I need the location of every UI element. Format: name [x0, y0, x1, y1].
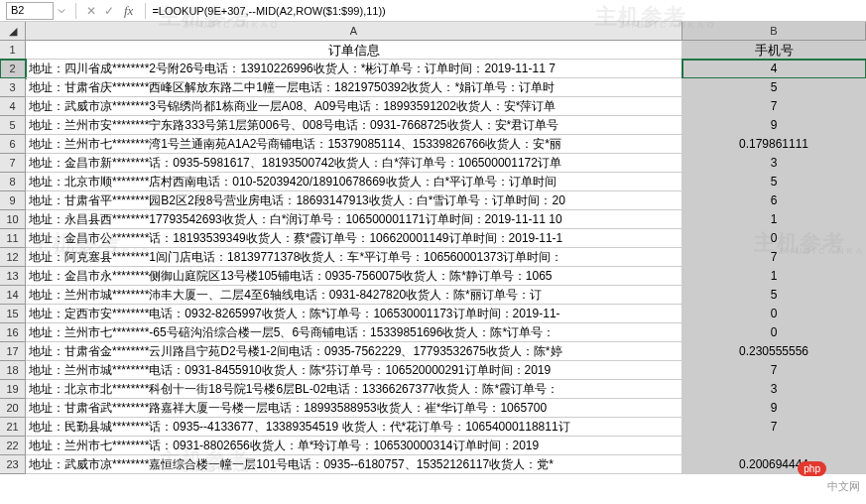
- cell[interactable]: 地址：北京市北********科创十一街18号院1号楼6层BL-02电话：133…: [26, 380, 682, 399]
- cell[interactable]: 地址：兰州市城********沛丰大厦一、二层4至6轴线电话：0931-8427…: [26, 286, 682, 305]
- row-header[interactable]: 17: [0, 342, 26, 361]
- cell[interactable]: 9: [682, 399, 866, 418]
- cell[interactable]: 地址：金昌市永********侧御山庭院区13号楼105铺电话：0935-756…: [26, 267, 682, 286]
- cell[interactable]: 1: [682, 210, 866, 229]
- cell[interactable]: 7: [682, 97, 866, 116]
- table-row: 22地址：兰州市七********话：0931-8802656收货人：单*玲订单…: [0, 437, 866, 455]
- cell[interactable]: 地址：金昌市公********话：18193539349收货人：蔡*霞订单号：1…: [26, 229, 682, 248]
- table-row: 19地址：北京市北********科创十一街18号院1号楼6层BL-02电话：1…: [0, 380, 866, 399]
- row-header[interactable]: 9: [0, 191, 26, 210]
- cell[interactable]: 0: [682, 229, 866, 248]
- cell[interactable]: 地址：兰州市七********话：0931-8802656收货人：单*玲订单号：…: [26, 437, 682, 455]
- cell[interactable]: 地址：甘肃省金********云川路昌宁苑D2号楼1-2间电话：0935-756…: [26, 342, 682, 361]
- row-header[interactable]: 19: [0, 380, 26, 399]
- cell[interactable]: 4: [682, 60, 866, 78]
- table-row: 12地址：阿克塞县********1闾门店电话：18139771378收货人：车…: [0, 248, 866, 267]
- row-header[interactable]: 22: [0, 437, 26, 455]
- cell[interactable]: 地址：武威市凉********嘉恒综合楼一幢一层101号电话：0935--618…: [26, 455, 682, 474]
- row-header[interactable]: 2: [0, 60, 26, 78]
- cell[interactable]: [682, 437, 866, 455]
- table-row: 16地址：兰州市七********-65号碚沟沿综合楼一层5、6号商铺电话：15…: [0, 323, 866, 342]
- cell[interactable]: 订单信息: [26, 41, 682, 60]
- table-row: 3地址：甘肃省庆********西峰区解放东路二中1幢一层电话：18219750…: [0, 78, 866, 97]
- table-row: 6地址：兰州市七********湾1号兰通南苑A1A2号商铺电话：1537908…: [0, 135, 866, 154]
- cell[interactable]: 地址：甘肃省武********路嘉祥大厦一号楼一层电话：18993588953收…: [26, 399, 682, 418]
- select-all[interactable]: ◢: [0, 22, 26, 41]
- spreadsheet-grid: ◢ A B 1 订单信息 手机号 2地址：四川省成********2号附26号电…: [0, 22, 866, 474]
- cell[interactable]: 3: [682, 380, 866, 399]
- cell[interactable]: 0.179861111: [682, 135, 866, 154]
- cell[interactable]: 地址：北京市顺********店村西南电话：010-52039420/18910…: [26, 173, 682, 191]
- row-header[interactable]: 12: [0, 248, 26, 267]
- cell[interactable]: 地址：兰州市七********-65号碚沟沿综合楼一层5、6号商铺电话：1533…: [26, 323, 682, 342]
- name-box-dropdown[interactable]: [58, 7, 65, 15]
- row-header[interactable]: 7: [0, 154, 26, 173]
- row-header[interactable]: 15: [0, 305, 26, 323]
- table-row: 21地址：民勤县城********话：0935--4133677、1338935…: [0, 418, 866, 437]
- table-row: 17地址：甘肃省金********云川路昌宁苑D2号楼1-2间电话：0935-7…: [0, 342, 866, 361]
- cell[interactable]: 0: [682, 305, 866, 323]
- table-row: 7地址：金昌市新********话：0935-5981617、181935007…: [0, 154, 866, 173]
- cell[interactable]: 地址：甘肃省平********园B2区2段8号营业房电话：18693147913…: [26, 191, 682, 210]
- row-header[interactable]: 16: [0, 323, 26, 342]
- cell[interactable]: 1: [682, 267, 866, 286]
- row-header[interactable]: 1: [0, 41, 26, 60]
- table-row: 18地址：兰州市城********电话：0931-8455910收货人：陈*芬订…: [0, 361, 866, 380]
- cell[interactable]: 地址：阿克塞县********1闾门店电话：18139771378收货人：车*平…: [26, 248, 682, 267]
- cell[interactable]: 地址：武威市凉********3号锦绣尚都1栋商业一层A08、A09号电话：18…: [26, 97, 682, 116]
- cell[interactable]: 6: [682, 191, 866, 210]
- cell[interactable]: 3: [682, 154, 866, 173]
- cell[interactable]: 地址：永昌县西********17793542693收货人：白*润订单号：106…: [26, 210, 682, 229]
- row-header[interactable]: 3: [0, 78, 26, 97]
- formula-bar: B2 ✕ ✓ fx =LOOKUP(9E+307,--MID(A2,ROW($1…: [0, 0, 866, 22]
- cancel-icon[interactable]: ✕: [86, 4, 96, 18]
- cell[interactable]: 5: [682, 173, 866, 191]
- table-row: 8地址：北京市顺********店村西南电话：010-52039420/1891…: [0, 173, 866, 191]
- row-header[interactable]: 18: [0, 361, 26, 380]
- confirm-icon[interactable]: ✓: [104, 4, 114, 18]
- cell[interactable]: 0: [682, 323, 866, 342]
- cell[interactable]: 7: [682, 361, 866, 380]
- cell[interactable]: 地址：甘肃省庆********西峰区解放东路二中1幢一层电话：182197503…: [26, 78, 682, 97]
- cell[interactable]: 7: [682, 418, 866, 437]
- cell[interactable]: 7: [682, 248, 866, 267]
- row-header[interactable]: 11: [0, 229, 26, 248]
- cell[interactable]: 5: [682, 78, 866, 97]
- cell[interactable]: 0.200694444: [682, 455, 866, 474]
- table-row: 23地址：武威市凉********嘉恒综合楼一幢一层101号电话：0935--6…: [0, 455, 866, 474]
- fx-icon[interactable]: fx: [124, 3, 133, 19]
- row-header[interactable]: 8: [0, 173, 26, 191]
- table-row: 13地址：金昌市永********侧御山庭院区13号楼105铺电话：0935-7…: [0, 267, 866, 286]
- row-header[interactable]: 21: [0, 418, 26, 437]
- cell[interactable]: 地址：定西市安********电话：0932-8265997收货人：陈*订单号：…: [26, 305, 682, 323]
- table-row: 1 订单信息 手机号: [0, 41, 866, 60]
- row-header[interactable]: 20: [0, 399, 26, 418]
- formula-input[interactable]: =LOOKUP(9E+307,--MID(A2,ROW($1:$99),11)): [152, 5, 866, 17]
- cell[interactable]: 地址：民勤县城********话：0935--4133677、133893545…: [26, 418, 682, 437]
- name-box[interactable]: B2: [6, 2, 54, 20]
- col-header-b[interactable]: B: [682, 22, 866, 41]
- cell[interactable]: 5: [682, 286, 866, 305]
- cell[interactable]: 地址：兰州市安********宁东路333号第1层第006号、008号电话：09…: [26, 116, 682, 135]
- cell[interactable]: 9: [682, 116, 866, 135]
- row-header[interactable]: 5: [0, 116, 26, 135]
- row-header[interactable]: 6: [0, 135, 26, 154]
- table-row: 11地址：金昌市公********话：18193539349收货人：蔡*霞订单号…: [0, 229, 866, 248]
- col-header-a[interactable]: A: [26, 22, 682, 41]
- table-row: 4地址：武威市凉********3号锦绣尚都1栋商业一层A08、A09号电话：1…: [0, 97, 866, 116]
- table-row: 10地址：永昌县西********17793542693收货人：白*润订单号：1…: [0, 210, 866, 229]
- row-header[interactable]: 4: [0, 97, 26, 116]
- table-row: 2地址：四川省成********2号附26号电话：13910226996收货人：…: [0, 60, 866, 78]
- cell[interactable]: 地址：兰州市城********电话：0931-8455910收货人：陈*芬订单号…: [26, 361, 682, 380]
- row-header[interactable]: 14: [0, 286, 26, 305]
- cn-text: 中文网: [827, 479, 860, 494]
- cell[interactable]: 地址：四川省成********2号附26号电话：13910226996收货人：*…: [26, 60, 682, 78]
- cell[interactable]: 地址：兰州市七********湾1号兰通南苑A1A2号商铺电话：15379085…: [26, 135, 682, 154]
- row-header[interactable]: 23: [0, 455, 26, 474]
- row-header[interactable]: 13: [0, 267, 26, 286]
- php-badge: php: [798, 461, 826, 476]
- row-header[interactable]: 10: [0, 210, 26, 229]
- cell[interactable]: 手机号: [682, 41, 866, 60]
- cell[interactable]: 地址：金昌市新********话：0935-5981617、1819350074…: [26, 154, 682, 173]
- cell[interactable]: 0.230555556: [682, 342, 866, 361]
